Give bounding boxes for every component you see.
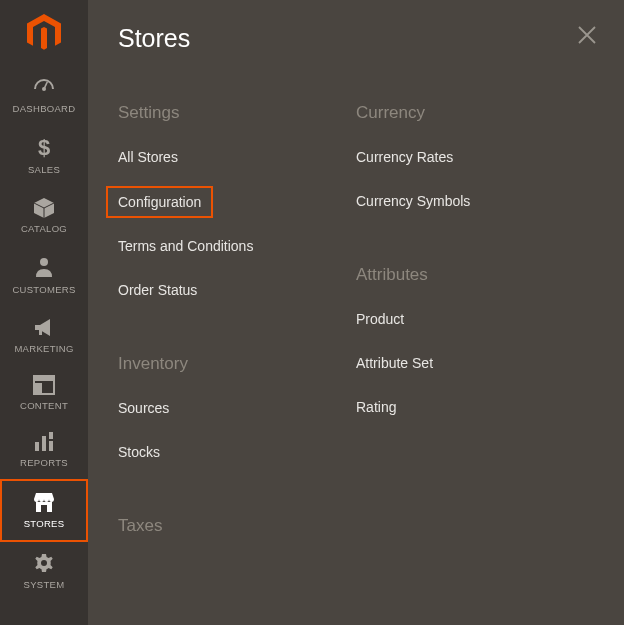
menu-order-status[interactable]: Order Status xyxy=(118,282,356,298)
section-block: CurrencyCurrency RatesCurrency Symbols xyxy=(356,103,594,209)
menu-product[interactable]: Product xyxy=(356,311,594,327)
gauge-icon xyxy=(32,76,56,98)
section-heading: Inventory xyxy=(118,354,356,374)
menu-sources[interactable]: Sources xyxy=(118,400,356,416)
nav-label: CONTENT xyxy=(20,400,68,411)
layout-icon xyxy=(33,375,55,395)
menu-terms-and-conditions[interactable]: Terms and Conditions xyxy=(118,238,356,254)
svg-text:$: $ xyxy=(38,135,50,159)
nav-label: REPORTS xyxy=(20,457,68,468)
menu-all-stores[interactable]: All Stores xyxy=(118,149,356,165)
nav-label: SALES xyxy=(28,164,60,175)
section-heading: Settings xyxy=(118,103,356,123)
sidebar-item-content[interactable]: CONTENT xyxy=(0,365,88,422)
section-heading: Currency xyxy=(356,103,594,123)
menu-rating[interactable]: Rating xyxy=(356,399,594,415)
svg-point-3 xyxy=(40,258,48,266)
sidebar-item-dashboard[interactable]: DASHBOARD xyxy=(0,66,88,125)
section-block: AttributesProductAttribute SetRating xyxy=(356,265,594,415)
nav-label: MARKETING xyxy=(14,343,73,354)
nav-label: CUSTOMERS xyxy=(12,284,75,295)
section-heading: Taxes xyxy=(118,516,356,536)
svg-rect-4 xyxy=(39,330,42,335)
svg-rect-13 xyxy=(41,505,47,512)
sidebar-item-customers[interactable]: CUSTOMERS xyxy=(0,245,88,306)
sidebar-item-marketing[interactable]: MARKETING xyxy=(0,306,88,365)
gear-icon xyxy=(33,552,55,574)
sidebar-item-sales[interactable]: $SALES xyxy=(0,125,88,186)
sidebar-item-system[interactable]: SYSTEM xyxy=(0,542,88,601)
menu-configuration[interactable]: Configuration xyxy=(106,186,213,218)
panel-columns: SettingsAll StoresConfigurationTerms and… xyxy=(118,103,594,562)
nav-label: STORES xyxy=(24,518,65,529)
svg-rect-11 xyxy=(49,441,53,451)
svg-rect-10 xyxy=(49,432,53,439)
menu-stocks[interactable]: Stocks xyxy=(118,444,356,460)
svg-point-14 xyxy=(41,560,47,566)
svg-rect-8 xyxy=(35,442,39,451)
panel-column: SettingsAll StoresConfigurationTerms and… xyxy=(118,103,356,562)
sidebar: DASHBOARD$SALESCATALOGCUSTOMERSMARKETING… xyxy=(0,0,88,625)
svg-rect-6 xyxy=(34,376,54,381)
menu-currency-rates[interactable]: Currency Rates xyxy=(356,149,594,165)
storefront-icon xyxy=(32,491,56,513)
panel-column: CurrencyCurrency RatesCurrency SymbolsAt… xyxy=(356,103,594,562)
box-icon xyxy=(32,196,56,218)
section-block: Taxes xyxy=(118,516,356,536)
sidebar-item-stores[interactable]: STORES xyxy=(0,479,88,542)
barchart-icon xyxy=(33,432,55,452)
svg-rect-1 xyxy=(44,81,48,88)
nav-label: CATALOG xyxy=(21,223,67,234)
sidebar-item-reports[interactable]: REPORTS xyxy=(0,422,88,479)
close-icon[interactable] xyxy=(578,26,596,48)
stores-flyout-panel: Stores SettingsAll StoresConfigurationTe… xyxy=(88,0,624,625)
svg-rect-9 xyxy=(42,436,46,451)
dollar-icon: $ xyxy=(32,135,56,159)
person-icon xyxy=(32,255,56,279)
section-block: InventorySourcesStocks xyxy=(118,354,356,460)
section-block: SettingsAll StoresConfigurationTerms and… xyxy=(118,103,356,298)
sidebar-item-catalog[interactable]: CATALOG xyxy=(0,186,88,245)
panel-title: Stores xyxy=(118,24,594,53)
nav-label: SYSTEM xyxy=(24,579,65,590)
svg-rect-7 xyxy=(34,383,42,394)
megaphone-icon xyxy=(32,316,56,338)
menu-currency-symbols[interactable]: Currency Symbols xyxy=(356,193,594,209)
magento-logo-icon[interactable] xyxy=(27,14,61,56)
menu-attribute-set[interactable]: Attribute Set xyxy=(356,355,594,371)
nav-label: DASHBOARD xyxy=(13,103,76,114)
section-heading: Attributes xyxy=(356,265,594,285)
